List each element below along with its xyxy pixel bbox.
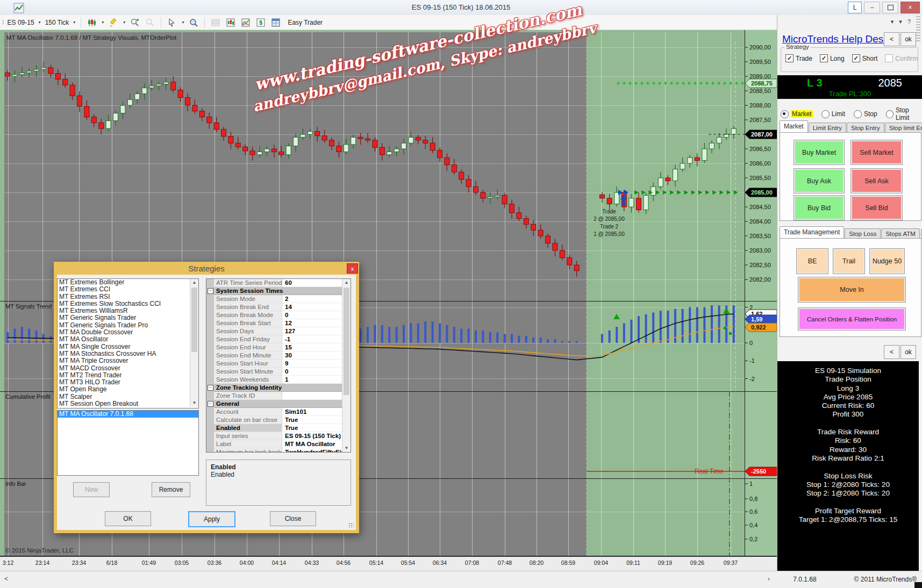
strategy-list-item[interactable]: MT Extremes RSI [58, 293, 190, 300]
chevron-down-icon[interactable]: ▾ [182, 20, 184, 25]
maximize-button[interactable] [882, 2, 898, 13]
strategy-list-item[interactable]: MT Session Open Breakout [58, 400, 190, 407]
buy-market-button[interactable]: Buy Market [794, 140, 845, 165]
grid-property-row[interactable]: Session Start Minute0 [206, 368, 351, 376]
grid-scrollbar[interactable]: ▲▼ [342, 279, 351, 452]
strategy-checkbox-short[interactable]: ✓Short [852, 54, 878, 62]
tab-stop-entry[interactable]: Stop Entry [847, 123, 884, 133]
period-selector[interactable]: 150 Tick [44, 18, 70, 27]
zoom-out-button[interactable] [144, 16, 156, 29]
strategy-checkbox-trade[interactable]: ✓Trade [785, 54, 812, 62]
strategy-list-item[interactable]: MT Open Range [58, 386, 190, 393]
property-value[interactable]: 1 [282, 376, 351, 384]
grid-property-row[interactable]: Session Days127 [206, 327, 351, 335]
nudge-50-button[interactable]: Nudge 50 [869, 248, 905, 274]
order-type-stop[interactable]: Stop [854, 110, 877, 118]
ok-button[interactable]: OK [105, 511, 151, 526]
scrollbar-thumb[interactable] [344, 288, 349, 395]
strategy-list-item[interactable]: MT MA Single Crossover [58, 343, 190, 350]
order-type-market[interactable]: Market [781, 110, 813, 118]
scrollbar-thumb[interactable] [191, 288, 197, 352]
strategy-list-item[interactable]: MT Extremes Bollinger [58, 279, 190, 286]
chart-style-button[interactable] [85, 16, 98, 29]
ok-button[interactable]: ok [900, 32, 916, 46]
grid-property-row[interactable]: LabelMT MA Oscillator [206, 440, 351, 448]
scroll-down-icon[interactable]: ▼ [190, 399, 198, 407]
grid-category-row[interactable]: −General [206, 400, 351, 408]
scroll-up-icon[interactable]: ▲ [342, 279, 351, 286]
minimize-button[interactable]: − [864, 2, 880, 13]
property-value[interactable]: 0 [282, 368, 351, 376]
chevron-down-icon[interactable]: ▾ [102, 20, 104, 25]
property-value[interactable]: MT MA Oscillator [282, 440, 351, 448]
grid-property-row[interactable]: EnabledTrue [206, 424, 351, 432]
drawing-tools-button[interactable] [107, 16, 120, 29]
panel-grip[interactable] [916, 16, 920, 43]
grid-property-row[interactable]: Session End Friday-1 [206, 335, 351, 343]
strategy-list-item[interactable]: MT MA Double Crossover [58, 329, 190, 336]
grid-property-row[interactable]: Session Break End14 [206, 303, 351, 311]
configured-strategies-list[interactable]: MT MA Oscillator 7.0.1.68 [57, 410, 199, 476]
back-button[interactable]: < [884, 32, 899, 46]
scroll-up-icon[interactable]: ▲ [190, 279, 198, 286]
apply-button[interactable]: Apply [188, 511, 235, 527]
collapse-icon[interactable]: − [208, 401, 213, 407]
sell-ask-button[interactable]: Sell Ask [850, 168, 903, 193]
tab-stop-limit-entry[interactable]: Stop limit Entry [885, 123, 922, 133]
help-icon[interactable]: ? [907, 18, 911, 25]
tab-stops-atm[interactable]: Stops ATM [881, 228, 919, 239]
tab-market[interactable]: Market [780, 120, 808, 133]
tab-trade-management[interactable]: Trade Management [780, 226, 844, 239]
grid-property-row[interactable]: Session Break Mode0 [206, 311, 351, 319]
list-scrollbar[interactable]: ▲▼ [190, 279, 198, 407]
property-value[interactable]: 9 [282, 360, 351, 368]
dialog-close-icon[interactable]: x [347, 263, 358, 274]
account-dollar-button[interactable]: $ [254, 16, 267, 29]
strategy-list-item[interactable]: MT MA Oscillator [58, 336, 190, 343]
property-value[interactable]: 12 [282, 319, 351, 327]
close-button[interactable]: Close [270, 511, 316, 526]
toolbar-grip[interactable]: ⁞⁞ [2, 19, 3, 25]
be-button[interactable]: BE [796, 248, 828, 274]
property-value[interactable]: TwoHundredFiftySix [282, 448, 351, 453]
data-inspector-button[interactable] [187, 16, 200, 29]
ok-button[interactable]: ok [900, 345, 916, 359]
strategy-list-item[interactable]: MT Extremes Slow Stochastics CCI [58, 300, 190, 307]
remove-button[interactable]: Remove [152, 482, 190, 497]
zoom-in-button[interactable] [128, 16, 141, 29]
tab-stop-loss[interactable]: Stop Loss [845, 228, 881, 239]
close-button[interactable]: × [900, 2, 920, 13]
scroll-down-icon[interactable]: ▼ [342, 444, 351, 452]
grid-property-row[interactable]: AccountSim101 [206, 408, 351, 416]
chevron-down-icon[interactable]: ▾ [123, 20, 125, 25]
strategy-list-item[interactable]: MT MT2 Trend Trader [58, 372, 190, 379]
grid-category-row[interactable]: −Zone Tracking Identity [206, 384, 351, 392]
tab-limit-entry[interactable]: Limit Entry [809, 123, 846, 133]
back-button[interactable]: < [884, 345, 899, 359]
chart-window-button[interactable] [224, 16, 237, 29]
chevron-down-icon[interactable]: ▾ [899, 18, 902, 25]
grid-property-row[interactable]: Session Break Start12 [206, 319, 351, 327]
strategy-list-item[interactable]: MT Generic Signals Trader Pro [58, 322, 190, 329]
move-in-button[interactable]: Move In [798, 277, 906, 303]
strategy-checkbox-long[interactable]: ✓Long [820, 54, 845, 62]
strategy-list-item[interactable]: MT MA Stochastics Crossover HA [58, 350, 190, 357]
grid-property-row[interactable]: Session Start Hour9 [206, 360, 351, 368]
sell-bid-button[interactable]: Sell Bid [850, 195, 903, 220]
instrument-selector[interactable]: ES 09-15 [6, 18, 35, 27]
property-value[interactable]: 0 [282, 311, 351, 319]
strategy-list-item[interactable]: MT Extremes CCI [58, 286, 190, 293]
order-type-stop-limit[interactable]: Stop Limit [886, 106, 922, 121]
property-value[interactable]: 30 [282, 352, 351, 360]
dialog-titlebar[interactable]: Strategies x [54, 262, 359, 275]
resize-grip[interactable] [348, 522, 354, 528]
grid-property-row[interactable]: ATR Time Series Period60 [206, 279, 351, 287]
buy-bid-button[interactable]: Buy Bid [794, 195, 845, 220]
chevron-down-icon[interactable]: ▾ [39, 20, 41, 25]
property-value[interactable]: -1 [282, 335, 351, 343]
trail-button[interactable]: Trail [833, 248, 865, 274]
property-value[interactable]: ES 09-15 (150 Tick) [282, 432, 351, 440]
grid-category-row[interactable]: −System Session Times [206, 287, 351, 295]
strategies-button[interactable] [269, 16, 282, 29]
order-type-limit[interactable]: Limit [821, 110, 845, 118]
